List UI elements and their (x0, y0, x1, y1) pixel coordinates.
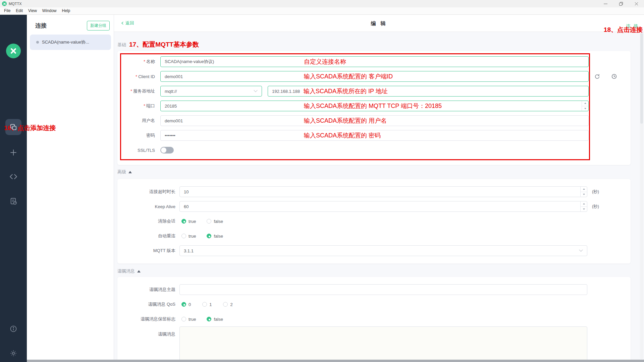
page-title: 编 辑 (114, 15, 644, 32)
close-button[interactable] (629, 0, 644, 7)
timeout-stepper[interactable] (580, 187, 587, 197)
restore-button[interactable] (613, 0, 629, 7)
field-username-label: 用户名 (117, 118, 155, 124)
clean-session-true-radio[interactable]: true (181, 219, 196, 224)
chevron-down-icon (579, 248, 583, 252)
app-title: MQTTX (9, 2, 22, 6)
menubar: File Edit View Window Help (0, 7, 644, 15)
vertical-scrollbar[interactable] (640, 33, 643, 359)
connection-name: SCADA(name-value协... (42, 39, 89, 45)
annotation-step16: 16、点击添加连接 (4, 124, 56, 132)
basic-card: *名称 自定义连接名称 *Client ID 输入SCADA系统配置的 客户端I… (117, 51, 631, 165)
field-host-label: *服务器地址 (117, 88, 155, 94)
timeout-unit: (秒) (592, 189, 599, 195)
keepalive-unit: (秒) (592, 204, 599, 209)
section-will-header[interactable]: 遗嘱消息 (117, 268, 644, 274)
sidebar-item-about[interactable] (0, 325, 27, 333)
field-timeout-label: 连接超时时长 (117, 189, 175, 195)
auto-reconnect-false-radio[interactable]: false (207, 234, 223, 239)
menu-item-file[interactable]: File (1, 7, 13, 14)
menu-item-view[interactable]: View (25, 7, 40, 14)
refresh-icon[interactable] (594, 74, 600, 79)
info-icon (9, 325, 17, 333)
timeout-input[interactable] (180, 187, 587, 197)
field-willtopic-label: 遗嘱消息主题 (117, 287, 175, 293)
clock-icon[interactable] (611, 73, 617, 79)
sidebar (0, 15, 27, 362)
host-input[interactable] (268, 86, 588, 96)
add-connection-button[interactable] (0, 148, 27, 157)
advanced-card: 连接超时时长 (秒) Keep Alive (秒) 清除会话 true (117, 179, 631, 263)
field-willpayload-label: 遗嘱消息 (117, 326, 175, 337)
field-keepalive-label: Keep Alive (117, 204, 175, 209)
field-password-label: 密码 (117, 132, 155, 138)
section-will-label: 遗嘱消息 (117, 268, 135, 274)
auto-reconnect-true-radio[interactable]: true (181, 234, 196, 239)
field-ssl-label: SSL/TLS (117, 148, 155, 153)
field-mqttversion-label: MQTT 版本 (117, 248, 175, 254)
menu-item-help[interactable]: Help (59, 7, 73, 14)
collapse-icon (137, 270, 141, 273)
log-icon (9, 197, 18, 205)
port-input[interactable] (161, 101, 588, 111)
will-payload-textarea[interactable] (179, 326, 587, 362)
editor-body: 基础 17、配置MQTT基本参数 *名称 自定义连接名称 *Client ID … (114, 32, 644, 362)
mqtt-version-select[interactable] (179, 245, 587, 256)
field-willqos-label: 遗嘱消息 QoS (117, 301, 175, 307)
horizontal-scrollbar[interactable] (27, 360, 644, 362)
new-group-button[interactable]: 新建分组 (87, 21, 110, 31)
field-cleansession-label: 清除会话 (117, 218, 175, 224)
menu-item-edit[interactable]: Edit (13, 7, 25, 14)
editor-header: 返回 编 辑 18、点击连接 连 接 (114, 15, 644, 32)
chevron-down-icon (254, 88, 257, 92)
mqttx-logo-icon (6, 44, 21, 58)
field-name-label: *名称 (117, 59, 155, 65)
status-dot (36, 41, 39, 44)
sidebar-item-script[interactable] (0, 172, 27, 181)
will-retain-true-radio[interactable]: true (181, 317, 196, 322)
annotation-step18: 18、点击连接 (604, 25, 643, 34)
name-input[interactable] (161, 57, 588, 67)
gear-icon (9, 349, 17, 357)
client-id-input[interactable] (161, 71, 588, 81)
will-qos-0-radio[interactable]: 0 (181, 302, 191, 307)
sidebar-item-log[interactable] (0, 197, 27, 205)
password-input[interactable] (161, 130, 588, 140)
connections-panel: 连接 新建分组 SCADA(name-value协... (27, 15, 114, 362)
field-willretain-label: 遗嘱消息保留标志 (117, 316, 175, 322)
will-topic-input[interactable] (180, 285, 587, 295)
keepalive-input[interactable] (180, 201, 587, 212)
menu-item-window[interactable]: Window (40, 7, 59, 14)
panel-title: 连接 (35, 22, 47, 29)
section-advanced-label: 高级 (117, 169, 126, 175)
will-qos-2-radio[interactable]: 2 (223, 302, 232, 307)
port-stepper[interactable] (582, 101, 588, 111)
field-autoreconnect-label: 自动重连 (117, 233, 175, 239)
will-retain-false-radio[interactable]: false (207, 317, 223, 322)
keepalive-stepper[interactable] (580, 201, 587, 212)
section-basic-label: 基础 (117, 42, 126, 48)
will-card: 遗嘱消息主题 遗嘱消息 QoS 0 1 2 遗嘱消息保留标志 true fals… (117, 277, 631, 362)
plus-icon (9, 148, 18, 157)
field-port-label: *端口 (117, 103, 155, 109)
scrollbar-thumb[interactable] (640, 33, 643, 124)
annotation-step17: 17、配置MQTT基本参数 (129, 41, 199, 49)
ssl-toggle[interactable] (160, 147, 174, 154)
collapse-icon (128, 171, 132, 173)
minimize-button[interactable] (598, 0, 613, 7)
field-clientid-label: *Client ID (117, 74, 155, 79)
protocol-select[interactable] (160, 86, 262, 97)
code-icon (9, 172, 18, 181)
editor-main: 返回 编 辑 18、点击连接 连 接 基础 17、配置MQTT基本参数 *名称 … (114, 15, 644, 362)
app-logo-icon (2, 1, 7, 6)
clean-session-false-radio[interactable]: false (207, 219, 223, 224)
will-qos-1-radio[interactable]: 1 (202, 302, 212, 307)
sidebar-item-settings[interactable] (0, 349, 27, 357)
username-input[interactable] (161, 116, 588, 126)
section-advanced-header[interactable]: 高级 (117, 169, 644, 175)
titlebar: MQTTX (0, 0, 644, 7)
connection-list-item[interactable]: SCADA(name-value协... (30, 35, 111, 50)
